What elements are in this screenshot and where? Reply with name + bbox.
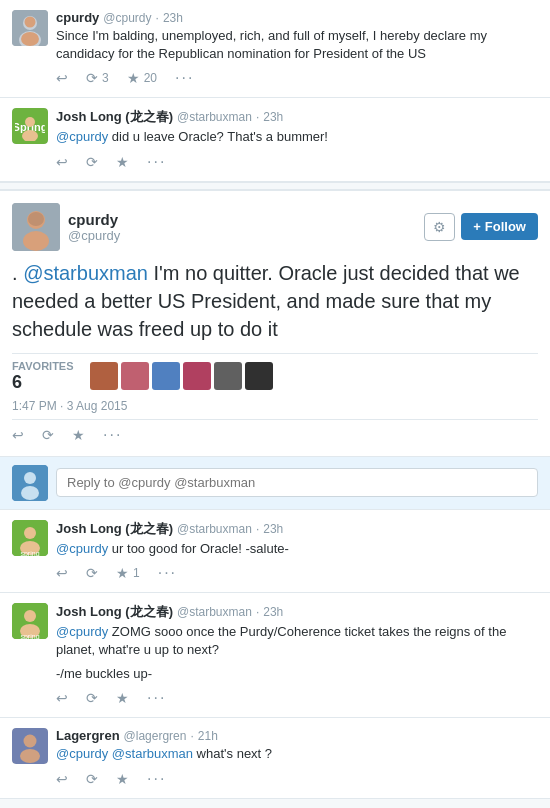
reply-button[interactable]: ↩ — [56, 153, 68, 171]
reply-button[interactable]: ↩ — [56, 770, 68, 788]
favorites-section: FAVORITES 6 — [12, 353, 538, 393]
svg-point-15 — [21, 486, 39, 500]
favorite-icon: ★ — [127, 70, 140, 86]
avatar: spring — [12, 603, 48, 639]
avatar — [12, 728, 48, 764]
tweet-text: @cpurdy @starbuxman what's next ? — [56, 745, 538, 763]
tweet-header: cpurdy @cpurdy · 23h — [56, 10, 538, 25]
svg-text:spring: spring — [20, 633, 39, 639]
favorite-icon: ★ — [72, 427, 85, 443]
username: @cpurdy — [68, 228, 120, 243]
reply-button[interactable]: ↩ — [56, 689, 68, 707]
username: @lagergren — [124, 729, 187, 743]
reply-icon: ↩ — [12, 427, 24, 443]
tweet-text: @cpurdy did u leave Oracle? That's a bum… — [56, 128, 538, 146]
tweet-header: Josh Long (龙之春) @starbuxman · 23h — [56, 520, 538, 538]
display-name: Josh Long (龙之春) — [56, 603, 173, 621]
follow-button[interactable]: + Follow — [461, 213, 538, 240]
retweet-icon: ⟳ — [86, 565, 98, 581]
more-button[interactable]: ··· — [158, 564, 177, 582]
reply-button[interactable]: ↩ — [12, 426, 24, 444]
reply-button[interactable]: ↩ — [56, 564, 68, 582]
tweet-header: Josh Long (龙之春) @starbuxman · 23h — [56, 603, 538, 621]
expanded-user: cpurdy @cpurdy — [12, 203, 120, 251]
more-button[interactable]: ··· — [147, 689, 166, 707]
username: @starbuxman — [177, 605, 252, 619]
tweet-text: Since I'm balding, unemployed, rich, and… — [56, 27, 538, 63]
username: @starbuxman — [177, 110, 252, 124]
favorite-button[interactable]: ★ — [116, 153, 129, 171]
favorite-button[interactable]: ★ — [116, 689, 129, 707]
reply-input[interactable] — [56, 468, 538, 497]
reply-icon: ↩ — [56, 565, 68, 581]
favorite-count: 1 — [133, 566, 140, 580]
follow-plus-icon: + — [473, 219, 481, 234]
tweet-actions: ↩ ⟳ ★ ··· — [56, 153, 538, 171]
svg-point-3 — [25, 17, 36, 28]
more-button[interactable]: ··· — [175, 69, 194, 87]
retweet-button[interactable]: ⟳ — [86, 564, 98, 582]
svg-point-25 — [24, 735, 37, 748]
favorite-icon: ★ — [116, 565, 129, 581]
display-name: cpurdy — [68, 211, 120, 228]
tweet-item: Spring Josh Long (龙之春) @starbuxman · 23h… — [0, 98, 550, 181]
reply-icon: ↩ — [56, 154, 68, 170]
fav-avatar — [152, 362, 180, 390]
expanded-tweet: cpurdy @cpurdy ⚙ + Follow . @starbuxman … — [0, 190, 550, 457]
fav-avatar — [214, 362, 242, 390]
tweet-text: @cpurdy ZOMG sooo once the Purdy/Coheren… — [56, 623, 538, 659]
favorite-button[interactable]: ★ 20 — [127, 69, 157, 87]
svg-point-4 — [21, 32, 39, 46]
retweet-icon: ⟳ — [42, 427, 54, 443]
fav-avatar — [121, 362, 149, 390]
favorites-count: 6 — [12, 372, 74, 393]
favorite-icon: ★ — [116, 690, 129, 706]
display-name: Josh Long (龙之春) — [56, 108, 173, 126]
tweet-time: 23h — [263, 110, 283, 124]
retweet-icon: ⟳ — [86, 771, 98, 787]
tweet-time: 23h — [263, 522, 283, 536]
gear-button[interactable]: ⚙ — [424, 213, 455, 241]
svg-point-14 — [24, 472, 36, 484]
retweet-button[interactable]: ⟳ — [86, 770, 98, 788]
favorite-button[interactable]: ★ 1 — [116, 564, 140, 582]
reply-icon: ↩ — [56, 70, 68, 86]
reply-button[interactable]: ↩ — [56, 69, 68, 87]
retweet-icon: ⟳ — [86, 154, 98, 170]
favorites-label: FAVORITES — [12, 360, 74, 372]
tweet-text-continuation: -/me buckles up- — [56, 665, 538, 683]
tweet-time: 23h — [163, 11, 183, 25]
tweet-header: Josh Long (龙之春) @starbuxman · 23h — [56, 108, 538, 126]
tweet-body: Josh Long (龙之春) @starbuxman · 23h @cpurd… — [56, 603, 538, 708]
avatar — [12, 10, 48, 46]
tweet-actions: ↩ ⟳ ★ 1 ··· — [56, 564, 538, 582]
retweet-button[interactable]: ⟳ — [42, 426, 54, 444]
expanded-tweet-actions: ↩ ⟳ ★ ··· — [12, 419, 538, 444]
expanded-tweet-text: . @starbuxman I'm no quitter. Oracle jus… — [12, 259, 538, 343]
more-button[interactable]: ··· — [103, 426, 122, 444]
more-button[interactable]: ··· — [147, 770, 166, 788]
more-button[interactable]: ··· — [147, 153, 166, 171]
reply-icon: ↩ — [56, 690, 68, 706]
favorite-button[interactable]: ★ — [116, 770, 129, 788]
reply-user-avatar — [12, 465, 48, 501]
favorite-icon: ★ — [116, 154, 129, 170]
username: @cpurdy — [103, 11, 151, 25]
retweet-button[interactable]: ⟳ 3 — [86, 69, 109, 87]
tweet-body: cpurdy @cpurdy · 23h Since I'm balding, … — [56, 10, 538, 87]
reply-icon: ↩ — [56, 771, 68, 787]
retweet-button[interactable]: ⟳ — [86, 153, 98, 171]
fav-avatars — [90, 362, 273, 390]
favorite-button[interactable]: ★ — [72, 426, 85, 444]
retweet-button[interactable]: ⟳ — [86, 689, 98, 707]
retweet-icon: ⟳ — [86, 70, 98, 86]
tweet-body: Lagergren @lagergren · 21h @cpurdy @star… — [56, 728, 538, 787]
avatar — [12, 203, 60, 251]
username: @starbuxman — [177, 522, 252, 536]
display-name: Lagergren — [56, 728, 120, 743]
expanded-header-actions: ⚙ + Follow — [424, 213, 538, 241]
svg-text:spring: spring — [20, 550, 39, 556]
tweet-actions: ↩ ⟳ 3 ★ 20 ··· — [56, 69, 538, 87]
retweet-icon: ⟳ — [86, 690, 98, 706]
fav-avatar — [245, 362, 273, 390]
